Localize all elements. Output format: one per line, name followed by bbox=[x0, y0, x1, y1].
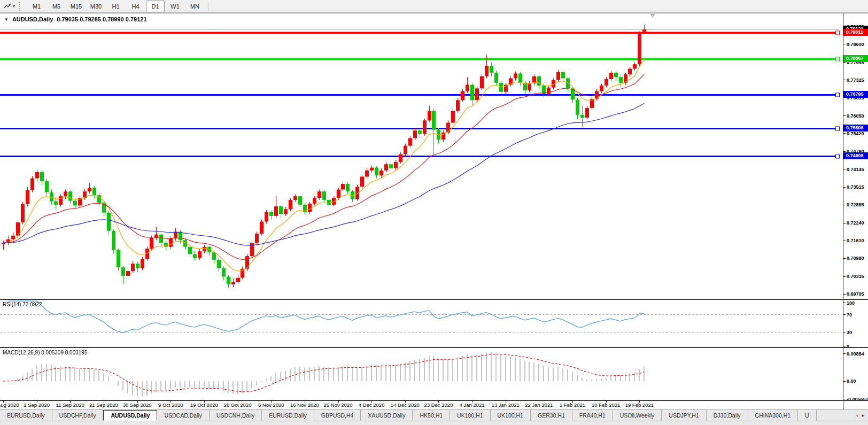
rsi-tick-label: 70 bbox=[843, 312, 868, 318]
tick-mark bbox=[843, 241, 846, 241]
price-tick-label: 0.69705 bbox=[843, 291, 868, 297]
timeframe-button-h1[interactable]: H1 bbox=[106, 1, 125, 12]
tick-text: 0.72885 bbox=[847, 202, 864, 207]
macd-indicator-pane: 0.008840.00-0.005651 MACD(12,26,9) 0.005… bbox=[0, 348, 868, 401]
tab-item[interactable]: UK100,H1 bbox=[450, 410, 490, 421]
rsi-tick-label: 0 bbox=[843, 343, 868, 348]
tick-mark bbox=[843, 258, 846, 259]
toolbar-grip[interactable] bbox=[19, 2, 22, 11]
collapse-arrow-icon[interactable]: ▼ bbox=[4, 17, 9, 22]
tick-mark bbox=[843, 80, 846, 80]
chart-title-bar: ▼ AUDUSD,Daily 0.79035 0.79285 0.78990 0… bbox=[4, 16, 147, 22]
timeframe-button-mn[interactable]: MN bbox=[185, 1, 204, 12]
tab-item[interactable]: DJ30,Daily bbox=[707, 410, 748, 421]
tick-mark bbox=[843, 151, 846, 152]
tick-text: 0.00 bbox=[847, 378, 856, 384]
price-tick-label: 0.70335 bbox=[843, 274, 868, 280]
tick-text: 0.72240 bbox=[847, 220, 864, 226]
tab-item[interactable]: USDJPY,H1 bbox=[662, 410, 706, 421]
tick-text: 0.00884 bbox=[847, 351, 864, 357]
tab-item[interactable]: XAUUSD,Daily bbox=[361, 410, 413, 421]
dropdown-caret-icon[interactable]: ▾ bbox=[13, 4, 15, 9]
tick-text: 0 bbox=[847, 344, 849, 349]
crosshair-tool-icon[interactable] bbox=[2, 2, 13, 11]
tab-item[interactable]: GBPUSD,H4 bbox=[314, 410, 361, 421]
tab-item[interactable]: FRA40,H1 bbox=[572, 410, 613, 421]
time-tick-label: 16 Nov 2020 bbox=[286, 402, 323, 408]
tick-text: 30 bbox=[847, 330, 852, 335]
macd-canvas[interactable] bbox=[0, 348, 843, 400]
symbol-title: AUDUSD,Daily bbox=[12, 16, 53, 22]
tick-mark bbox=[843, 381, 846, 382]
timeframe-button-m30[interactable]: M30 bbox=[87, 1, 105, 12]
chart-shift-marker-icon[interactable] bbox=[650, 14, 655, 18]
macd-tick-label: 0.00884 bbox=[843, 351, 868, 357]
scroll-right-icon[interactable]: ► bbox=[861, 413, 865, 418]
tick-text: 0.71610 bbox=[847, 238, 864, 243]
tick-text: 0.78600 bbox=[847, 42, 864, 47]
tick-text: 0.74145 bbox=[847, 167, 864, 172]
price-tick-label: 0.70980 bbox=[843, 256, 868, 261]
rsi-tick-label: 100 bbox=[843, 300, 868, 306]
macd-tick-label: -0.005651 bbox=[843, 396, 868, 401]
price-tick-label: 0.73515 bbox=[843, 184, 868, 190]
tab-scroll-arrows: ◄► bbox=[852, 410, 868, 421]
time-tick-label: 2 Sep 2020 bbox=[18, 402, 56, 408]
level-price-badge: 0.76795 bbox=[843, 91, 868, 98]
tab-item[interactable]: CHINA300,H1 bbox=[748, 410, 799, 421]
tab-item[interactable]: USDCNH,Daily bbox=[210, 410, 262, 421]
tick-mark bbox=[843, 276, 846, 277]
time-tick-label: 9 Oct 2020 bbox=[152, 402, 189, 408]
ohlc-values: 0.79035 0.79285 0.78990 0.79121 bbox=[57, 16, 146, 22]
tick-mark bbox=[843, 333, 846, 333]
price-tick-label: 0.74145 bbox=[843, 166, 868, 172]
tab-item[interactable]: GER30,H1 bbox=[531, 410, 572, 421]
crosshair-tool-glyph bbox=[4, 3, 11, 10]
rsi-axis[interactable]: 10070300 bbox=[843, 300, 868, 347]
tick-text: 100 bbox=[847, 300, 855, 306]
price-tick-label: 0.76050 bbox=[843, 113, 868, 119]
tab-item[interactable]: U bbox=[798, 410, 817, 421]
time-tick-label: 22 Jan 2021 bbox=[520, 402, 557, 408]
tab-item[interactable]: EURUSD,Daily bbox=[0, 410, 52, 421]
time-tick-label: 13 Jan 2021 bbox=[487, 402, 524, 408]
level-price-badge: 0.78067 bbox=[843, 55, 868, 62]
tick-mark bbox=[843, 346, 846, 346]
tab-item[interactable]: USDCAD,Daily bbox=[157, 410, 210, 421]
main-chart-canvas[interactable] bbox=[0, 13, 843, 299]
timeframe-button-m1[interactable]: M1 bbox=[27, 1, 46, 12]
rsi-canvas[interactable] bbox=[0, 300, 843, 347]
level-price-badge: 0.75608 bbox=[843, 125, 868, 132]
time-tick-label: 1 Feb 2021 bbox=[554, 402, 591, 408]
timeframe-button-h4[interactable]: H4 bbox=[126, 1, 145, 12]
timeframe-button-w1[interactable]: W1 bbox=[166, 1, 184, 12]
rsi-tick-label: 30 bbox=[843, 330, 868, 336]
tick-text: 0.75420 bbox=[847, 131, 864, 136]
time-axis[interactable]: 24 Aug 20202 Sep 202011 Sep 202021 Sep 2… bbox=[0, 401, 868, 410]
tick-mark bbox=[843, 303, 846, 303]
tick-text: 0.70335 bbox=[847, 274, 864, 279]
time-tick-label: 4 Jan 2021 bbox=[453, 402, 491, 408]
tab-item[interactable]: USOil,Weekly bbox=[613, 410, 662, 421]
timeframe-button-m15[interactable]: M15 bbox=[67, 1, 86, 12]
time-tick-label: 30 Sep 2020 bbox=[119, 402, 156, 408]
timeframe-button-d1[interactable]: D1 bbox=[146, 1, 165, 12]
time-tick-label: 6 Nov 2020 bbox=[252, 402, 290, 408]
level-price-badge: 0.74608 bbox=[843, 152, 868, 159]
chart-area: 0.792300.786000.779550.773250.766950.760… bbox=[0, 13, 868, 410]
tick-mark bbox=[843, 294, 846, 295]
tick-text: 0.70980 bbox=[847, 256, 864, 261]
tab-item[interactable]: HK50,H1 bbox=[413, 410, 450, 421]
price-tick-label: 0.78600 bbox=[843, 41, 868, 47]
tab-item[interactable]: EURUSD,Daily bbox=[262, 410, 314, 421]
bottom-strip bbox=[0, 421, 868, 425]
tab-item[interactable]: USDCHF,Daily bbox=[52, 410, 104, 421]
timeframe-button-m5[interactable]: M5 bbox=[47, 1, 66, 12]
tab-item-active[interactable]: AUDUSD,Daily bbox=[103, 410, 157, 421]
macd-axis[interactable]: 0.008840.00-0.005651 bbox=[843, 348, 868, 400]
time-tick-label: 21 Sep 2020 bbox=[85, 402, 122, 408]
tab-item[interactable]: UK100,H1 bbox=[491, 410, 531, 421]
price-axis[interactable]: 0.792300.786000.779550.773250.766950.760… bbox=[843, 13, 868, 299]
price-tick-label: 0.72240 bbox=[843, 220, 868, 226]
scroll-left-icon[interactable]: ◄ bbox=[855, 413, 859, 418]
